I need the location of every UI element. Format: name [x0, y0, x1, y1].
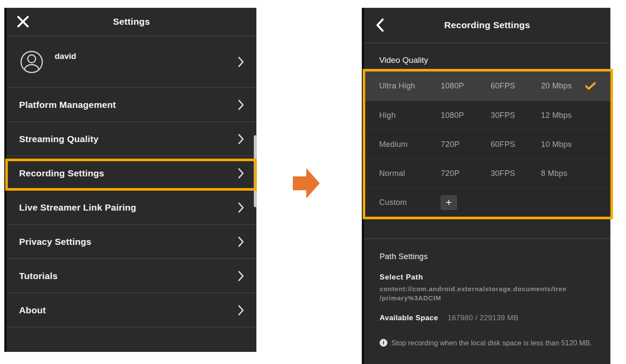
quality-fps: 30FPS	[491, 169, 541, 178]
available-space-row: Available Space 167980 / 229139 MB	[380, 314, 597, 322]
sidebar-item-privacy-settings[interactable]: Privacy Settings	[7, 225, 256, 259]
quality-row-custom: Custom +	[364, 188, 610, 217]
chevron-right-icon	[238, 236, 244, 247]
quality-row-normal[interactable]: Normal 720P 30FPS 8 Mbps	[364, 159, 610, 188]
sidebar-item-live-streamer-link-pairing[interactable]: Live Streamer Link Pairing	[7, 191, 256, 225]
available-space-label: Available Space	[380, 314, 438, 322]
video-quality-table: Ultra High 1080P 60FPS 20 Mbps High 1080…	[364, 72, 610, 217]
sidebar-item-tutorials[interactable]: Tutorials	[7, 259, 256, 293]
menu-label: About	[19, 305, 46, 315]
back-button[interactable]	[374, 17, 387, 33]
avatar-icon	[19, 49, 44, 75]
sidebar-item-recording-settings[interactable]: Recording Settings	[7, 156, 256, 191]
quality-bitrate: 8 Mbps	[541, 169, 585, 178]
select-path-value: content://com.android.externalstorage.do…	[380, 284, 597, 302]
sidebar-item-about[interactable]: About	[7, 293, 256, 328]
panel-footer-space	[7, 328, 256, 349]
settings-panel: Settings david Platform Management Strea…	[4, 8, 256, 352]
chevron-right-icon	[238, 202, 244, 213]
settings-header: Settings	[7, 8, 256, 36]
check-icon	[585, 82, 596, 91]
menu-label: Privacy Settings	[19, 237, 92, 247]
quality-resolution: 1080P	[441, 81, 491, 91]
quality-resolution: 720P	[441, 169, 491, 178]
sidebar-item-streaming-quality[interactable]: Streaming Quality	[7, 122, 256, 156]
quality-fps: 60FPS	[491, 81, 541, 91]
quality-name: Medium	[379, 140, 441, 149]
quality-row-ultra-high[interactable]: Ultra High 1080P 60FPS 20 Mbps	[364, 72, 610, 101]
menu-label: Streaming Quality	[19, 134, 98, 144]
quality-name: High	[379, 111, 441, 120]
chevron-right-icon	[238, 133, 244, 145]
available-space-value: 167980 / 229139 MB	[448, 314, 518, 322]
menu-label: Live Streamer Link Pairing	[19, 202, 136, 213]
disk-space-note: i Stop recording when the local disk spa…	[380, 335, 597, 350]
close-button[interactable]	[15, 14, 31, 29]
settings-title: Settings	[7, 16, 256, 27]
quality-row-medium[interactable]: Medium 720P 60FPS 10 Mbps	[364, 130, 610, 159]
flow-arrow-icon	[290, 166, 322, 201]
chevron-right-icon	[238, 168, 244, 179]
profile-name: david	[55, 52, 76, 61]
menu-label: Platform Management	[19, 100, 116, 110]
sidebar-item-platform-management[interactable]: Platform Management	[7, 88, 256, 122]
video-quality-heading: Video Quality	[364, 43, 610, 65]
add-custom-quality-button[interactable]: +	[441, 195, 457, 210]
quality-name: Normal	[379, 169, 441, 178]
menu-label: Tutorials	[19, 271, 58, 281]
select-path-label: Select Path	[380, 273, 597, 282]
quality-resolution: 720P	[441, 140, 491, 149]
path-value-line1: content://com.android.externalstorage.do…	[380, 284, 597, 293]
recording-settings-panel: Recording Settings Video Quality Ultra H…	[362, 8, 610, 364]
path-settings-heading: Path Settings	[380, 252, 597, 261]
quality-row-high[interactable]: High 1080P 30FPS 12 Mbps	[364, 101, 610, 130]
quality-fps: 60FPS	[491, 140, 541, 149]
menu-label: Recording Settings	[19, 168, 104, 179]
info-icon: i	[380, 339, 387, 347]
scrollbar[interactable]	[254, 135, 257, 207]
section-divider	[364, 238, 610, 239]
chevron-right-icon	[238, 270, 244, 282]
chevron-right-icon	[238, 99, 244, 110]
close-icon	[16, 15, 29, 28]
chevron-left-icon	[376, 18, 384, 32]
quality-fps: 30FPS	[491, 111, 541, 120]
quality-name: Custom	[379, 198, 441, 207]
select-path-field[interactable]: Select Path content://com.android.extern…	[380, 273, 597, 302]
quality-resolution: 1080P	[441, 111, 491, 120]
recording-settings-header: Recording Settings	[364, 8, 610, 43]
quality-name: Ultra High	[379, 81, 441, 91]
quality-bitrate: 12 Mbps	[541, 111, 585, 120]
screenshot-stage: Settings david Platform Management Strea…	[0, 0, 626, 364]
quality-bitrate: 20 Mbps	[541, 81, 585, 91]
profile-row[interactable]: david	[7, 36, 256, 88]
path-value-line2: /primary%3ADCIM	[380, 293, 597, 302]
path-settings-section: Path Settings Select Path content://com.…	[364, 252, 610, 350]
chevron-right-icon	[238, 56, 244, 68]
disk-space-note-text: Stop recording when the local disk space…	[391, 335, 597, 350]
recording-settings-title: Recording Settings	[364, 20, 610, 30]
quality-bitrate: 10 Mbps	[541, 140, 585, 149]
chevron-right-icon	[238, 305, 244, 316]
